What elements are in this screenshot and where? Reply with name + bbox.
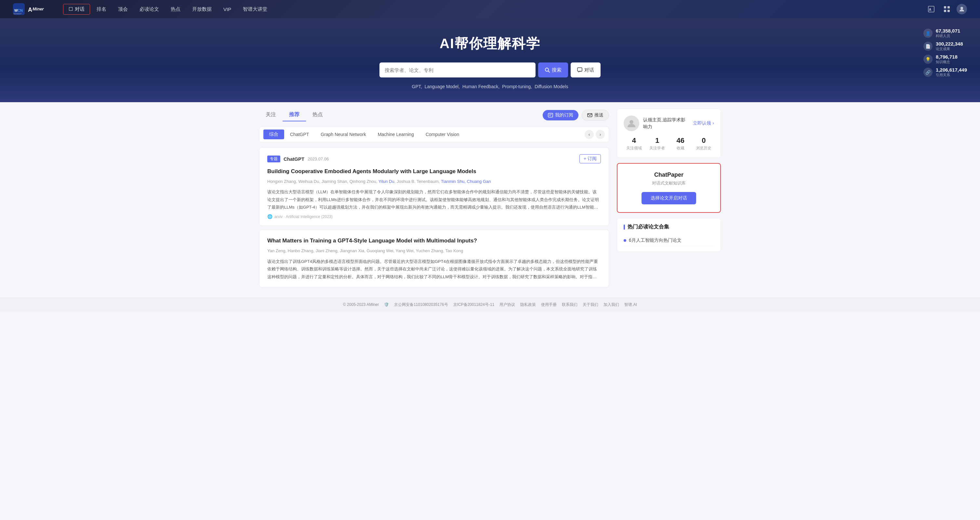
nav-item-rank[interactable]: 排名 — [91, 4, 111, 14]
paper-2-title[interactable]: What Matters in Training a GPT4-Style La… — [267, 236, 601, 245]
search-button[interactable]: 搜索 — [538, 62, 568, 77]
author-highlighted-3[interactable]: Tianmin Shu, — [441, 179, 466, 184]
cat-prev-btn[interactable]: ‹ — [585, 130, 594, 139]
stat-citations: 🔗 1,206,617,449 引用关系 — [923, 67, 967, 77]
svg-rect-16 — [548, 113, 553, 117]
tab-recommend[interactable]: 推荐 — [283, 109, 306, 121]
paper-1-meta-icon: 🌐 — [267, 214, 272, 219]
tag-prompt-tuning[interactable]: Prompt-tuning, — [502, 84, 532, 89]
paper-1-abstract: 该论文指出大型语言模型（LLM）在单智能体任务中展现了令人印象深刻的规划能力，然… — [267, 188, 601, 211]
main-nav: ☐ 对话 排名 顶会 必读论文 热点 开放数据 VIP 智谱大讲堂 — [63, 4, 925, 14]
paper-1-tag: 专题 — [267, 156, 280, 163]
paper-1-subscribe-btn[interactable]: + 订阅 — [579, 154, 601, 163]
paper-icon: 📄 — [923, 41, 932, 51]
cat-next-btn[interactable]: › — [596, 130, 605, 139]
svg-text:KCNEST: KCNEST — [14, 13, 22, 14]
header: W CN KCNEST A Miner ☐ 对话 排名 顶会 必读论文 热点 开… — [0, 0, 980, 18]
paper-1-header: 专题 ChatGPT 2023.07.06 + 订阅 — [267, 154, 601, 163]
right-sidebar: 认领主页,追踪学术影响力 立即认领 › 4 关注领域 1 关注学者 46 收藏 — [617, 109, 721, 291]
footer-link-contact[interactable]: 联系我们 — [562, 302, 578, 308]
nav-item-lecture[interactable]: 智谱大讲堂 — [238, 4, 272, 14]
stat-history: 0 浏览历史 — [694, 136, 714, 151]
svg-text:A: A — [28, 6, 32, 13]
grid-icon-btn[interactable] — [941, 3, 953, 15]
grid-icon — [943, 6, 950, 12]
author-highlighted-1[interactable]: Yilun Du — [379, 179, 395, 184]
paper-2-authors: Yan Zeng, Hanbo Zhang, Jiani Zheng, Jian… — [267, 248, 601, 254]
footer-link-join[interactable]: 加入我们 — [603, 302, 619, 308]
feed-tabs: 关注 推荐 热点 我的订阅 推送 — [259, 109, 609, 121]
stat-follow-areas: 4 关注领域 — [624, 136, 644, 151]
footer-link-beian[interactable]: 京公网安备11010802035176号 — [394, 302, 448, 308]
avatar-icon — [959, 6, 965, 12]
paper-1-authors: Hongxin Zhang, Weihua Du, Jiaming Shan, … — [267, 178, 601, 185]
footer-link-manual[interactable]: 使用手册 — [541, 302, 557, 308]
svg-line-14 — [548, 71, 549, 72]
svg-text:A: A — [929, 8, 931, 11]
hero-chat-button[interactable]: 对话 — [571, 62, 601, 77]
feed-section: 关注 推荐 热点 我的订阅 推送 — [259, 109, 609, 291]
user-avatar[interactable] — [956, 4, 967, 14]
nav-item-conference[interactable]: 顶会 — [113, 4, 133, 14]
svg-rect-9 — [948, 6, 950, 8]
category-nav: ‹ › — [585, 130, 605, 139]
paper-card-1: 专题 ChatGPT 2023.07.06 + 订阅 Building Coop… — [259, 147, 609, 226]
tag-human-feedback[interactable]: Human Feedback, — [462, 84, 500, 89]
profile-claim: 认领主页,追踪学术影响力 — [643, 116, 689, 130]
cat-tab-ml[interactable]: Machine Learning — [372, 130, 420, 139]
nav-item-mustread[interactable]: 必读论文 — [134, 4, 164, 14]
tab-follow[interactable]: 关注 — [259, 109, 283, 121]
footer-link-about[interactable]: 关于我们 — [583, 302, 598, 308]
hot-papers-section: 热门必读论文合集 6月人工智能方向热门论文 — [617, 218, 721, 252]
footer-link-icp[interactable]: 京ICP备20011824号-11 — [453, 302, 495, 308]
footer-link-zhipu[interactable]: 智谱.AI — [624, 302, 637, 308]
chatpaper-open-btn[interactable]: 选择论文开启对话 — [641, 192, 696, 204]
stat-researchers: 👤 67,358,071 科研人员 — [923, 28, 967, 38]
aminer-logo-text: A Miner — [27, 5, 57, 14]
nav-item-opendata[interactable]: 开放数据 — [187, 4, 217, 14]
nav-item-hotspot[interactable]: 热点 — [165, 4, 186, 14]
tab-hotspot[interactable]: 热点 — [306, 109, 329, 121]
svg-rect-10 — [944, 10, 946, 12]
stat-papers: 📄 300,222,348 论文成果 — [923, 41, 967, 51]
search-input[interactable] — [379, 62, 536, 77]
tag-language-model[interactable]: Language Model, — [425, 84, 460, 89]
author-highlighted-4[interactable]: Chuang Gan — [467, 179, 491, 184]
footer-link-privacy[interactable]: 隐私政策 — [520, 302, 536, 308]
tag-diffusion[interactable]: Diffusion Models — [535, 84, 568, 89]
paper-1-topic: ChatGPT — [283, 156, 304, 162]
copyright: © 2005-2023 AMiner — [343, 302, 379, 307]
nav-item-vip[interactable]: VIP — [218, 5, 236, 14]
search-icon — [545, 67, 550, 73]
translate-icon: A — [928, 6, 935, 13]
cat-tab-gnn[interactable]: Graph Neural Network — [315, 130, 372, 139]
subscription-icon — [548, 113, 553, 118]
hot-dot-icon — [624, 239, 626, 242]
logo-icon: W CN KCNEST — [13, 3, 25, 15]
hero-title: AI帮你理解科学 — [6, 35, 974, 53]
cat-tab-all[interactable]: 综合 — [263, 129, 284, 139]
cat-tab-chatgpt[interactable]: ChatGPT — [284, 130, 315, 139]
concept-icon: 💡 — [923, 55, 932, 64]
paper-1-date: 2023.07.06 — [308, 156, 329, 161]
avatar-silhouette-icon — [627, 119, 636, 128]
claim-link[interactable]: 立即认领 › — [693, 120, 714, 126]
person-icon: 👤 — [923, 29, 932, 38]
paper-1-title[interactable]: Building Cooperative Embodied Agents Mod… — [267, 167, 601, 176]
chatpaper-title: ChatPaper — [624, 171, 714, 178]
tag-gpt[interactable]: GPT, — [412, 84, 422, 89]
svg-point-20 — [630, 120, 633, 124]
hot-item-1[interactable]: 6月人工智能方向热门论文 — [624, 235, 714, 246]
hot-section-title: 热门必读论文合集 — [624, 223, 714, 230]
push-icon — [587, 113, 592, 118]
logo[interactable]: W CN KCNEST A Miner — [13, 3, 57, 15]
feed-actions: 我的订阅 推送 — [542, 110, 609, 121]
translate-icon-btn[interactable]: A — [925, 3, 937, 15]
cat-tab-cv[interactable]: Computer Vision — [420, 130, 465, 139]
svg-rect-15 — [578, 68, 582, 71]
hero-search-bar: 搜索 对话 — [379, 62, 601, 77]
nav-item-chat[interactable]: ☐ 对话 — [63, 4, 90, 14]
subscription-button[interactable]: 我的订阅 — [542, 110, 578, 120]
footer-link-terms[interactable]: 用户协议 — [500, 302, 515, 308]
push-button[interactable]: 推送 — [582, 110, 609, 121]
